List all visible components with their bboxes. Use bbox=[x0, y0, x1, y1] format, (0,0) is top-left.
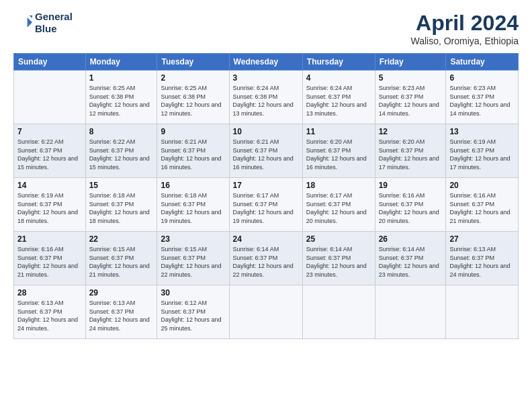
day-number: 16 bbox=[161, 181, 225, 190]
calendar-cell: 12Sunrise: 6:20 AMSunset: 6:37 PMDayligh… bbox=[375, 124, 446, 178]
day-number: 18 bbox=[306, 181, 371, 190]
day-info: Sunrise: 6:17 AMSunset: 6:37 PMDaylight:… bbox=[233, 191, 299, 225]
calendar-week-row: 28Sunrise: 6:13 AMSunset: 6:37 PMDayligh… bbox=[14, 285, 519, 339]
day-number: 13 bbox=[449, 127, 515, 136]
day-info: Sunrise: 6:23 AMSunset: 6:37 PMDaylight:… bbox=[379, 84, 443, 118]
day-number: 20 bbox=[449, 181, 515, 190]
day-info: Sunrise: 6:16 AMSunset: 6:37 PMDaylight:… bbox=[379, 191, 443, 225]
calendar-cell: 19Sunrise: 6:16 AMSunset: 6:37 PMDayligh… bbox=[375, 178, 446, 232]
calendar-cell: 16Sunrise: 6:18 AMSunset: 6:37 PMDayligh… bbox=[157, 178, 229, 232]
day-number: 14 bbox=[17, 181, 82, 190]
calendar-cell bbox=[375, 285, 446, 339]
calendar-cell: 9Sunrise: 6:21 AMSunset: 6:37 PMDaylight… bbox=[157, 124, 229, 178]
day-number: 26 bbox=[379, 234, 443, 244]
weekday-header: Thursday bbox=[302, 54, 375, 71]
day-number: 9 bbox=[161, 127, 225, 136]
calendar-cell: 2Sunrise: 6:25 AMSunset: 6:38 PMDaylight… bbox=[157, 71, 229, 124]
page-container: General Blue April 2024 Waliso, Oromiya,… bbox=[0, 0, 532, 346]
day-number: 2 bbox=[161, 73, 225, 83]
day-number: 8 bbox=[89, 127, 154, 136]
day-info: Sunrise: 6:19 AMSunset: 6:37 PMDaylight:… bbox=[17, 191, 82, 225]
day-number: 7 bbox=[17, 127, 82, 136]
day-info: Sunrise: 6:25 AMSunset: 6:38 PMDaylight:… bbox=[89, 84, 154, 118]
calendar-cell: 15Sunrise: 6:18 AMSunset: 6:37 PMDayligh… bbox=[85, 178, 157, 232]
calendar-cell: 21Sunrise: 6:16 AMSunset: 6:37 PMDayligh… bbox=[14, 232, 86, 285]
calendar-cell: 10Sunrise: 6:21 AMSunset: 6:37 PMDayligh… bbox=[229, 124, 302, 178]
day-info: Sunrise: 6:15 AMSunset: 6:37 PMDaylight:… bbox=[89, 245, 154, 279]
calendar-cell: 24Sunrise: 6:14 AMSunset: 6:37 PMDayligh… bbox=[229, 232, 302, 285]
day-info: Sunrise: 6:18 AMSunset: 6:37 PMDaylight:… bbox=[161, 191, 225, 225]
calendar-cell: 1Sunrise: 6:25 AMSunset: 6:38 PMDaylight… bbox=[85, 71, 157, 124]
calendar-cell: 28Sunrise: 6:13 AMSunset: 6:37 PMDayligh… bbox=[14, 285, 86, 339]
day-number: 15 bbox=[89, 181, 154, 190]
day-number: 6 bbox=[449, 73, 515, 83]
day-info: Sunrise: 6:22 AMSunset: 6:37 PMDaylight:… bbox=[17, 138, 82, 171]
calendar-cell: 5Sunrise: 6:23 AMSunset: 6:37 PMDaylight… bbox=[375, 71, 446, 124]
day-number: 28 bbox=[17, 288, 82, 298]
calendar-week-row: 1Sunrise: 6:25 AMSunset: 6:38 PMDaylight… bbox=[14, 71, 519, 124]
location: Waliso, Oromiya, Ethiopia bbox=[410, 36, 519, 46]
day-info: Sunrise: 6:22 AMSunset: 6:37 PMDaylight:… bbox=[89, 138, 154, 171]
weekday-header: Saturday bbox=[446, 54, 519, 71]
calendar-cell: 18Sunrise: 6:17 AMSunset: 6:37 PMDayligh… bbox=[302, 178, 375, 232]
calendar-table: SundayMondayTuesdayWednesdayThursdayFrid… bbox=[13, 53, 519, 339]
calendar-cell bbox=[446, 285, 519, 339]
calendar-cell: 8Sunrise: 6:22 AMSunset: 6:37 PMDaylight… bbox=[85, 124, 157, 178]
title-block: April 2024 Waliso, Oromiya, Ethiopia bbox=[410, 11, 519, 46]
day-number: 30 bbox=[161, 288, 225, 298]
calendar-week-row: 7Sunrise: 6:22 AMSunset: 6:37 PMDaylight… bbox=[14, 124, 519, 178]
day-info: Sunrise: 6:21 AMSunset: 6:37 PMDaylight:… bbox=[233, 138, 299, 171]
logo-icon bbox=[13, 13, 32, 32]
day-info: Sunrise: 6:21 AMSunset: 6:37 PMDaylight:… bbox=[161, 138, 225, 171]
day-info: Sunrise: 6:16 AMSunset: 6:37 PMDaylight:… bbox=[449, 191, 515, 225]
logo: General Blue bbox=[13, 11, 73, 35]
day-info: Sunrise: 6:15 AMSunset: 6:37 PMDaylight:… bbox=[161, 245, 225, 279]
weekday-header: Monday bbox=[85, 54, 157, 71]
calendar-cell: 6Sunrise: 6:23 AMSunset: 6:37 PMDaylight… bbox=[446, 71, 519, 124]
day-info: Sunrise: 6:14 AMSunset: 6:37 PMDaylight:… bbox=[233, 245, 299, 279]
calendar-cell: 26Sunrise: 6:14 AMSunset: 6:37 PMDayligh… bbox=[375, 232, 446, 285]
calendar-cell bbox=[302, 285, 375, 339]
day-number: 11 bbox=[306, 127, 371, 136]
weekday-header: Friday bbox=[375, 54, 446, 71]
day-info: Sunrise: 6:20 AMSunset: 6:37 PMDaylight:… bbox=[379, 138, 443, 171]
day-number: 22 bbox=[89, 234, 154, 244]
day-info: Sunrise: 6:14 AMSunset: 6:37 PMDaylight:… bbox=[379, 245, 443, 279]
calendar-cell bbox=[229, 285, 302, 339]
calendar-week-row: 14Sunrise: 6:19 AMSunset: 6:37 PMDayligh… bbox=[14, 178, 519, 232]
calendar-cell: 22Sunrise: 6:15 AMSunset: 6:37 PMDayligh… bbox=[85, 232, 157, 285]
day-info: Sunrise: 6:19 AMSunset: 6:37 PMDaylight:… bbox=[449, 138, 515, 171]
day-number: 3 bbox=[233, 73, 299, 83]
day-info: Sunrise: 6:14 AMSunset: 6:37 PMDaylight:… bbox=[306, 245, 371, 279]
day-info: Sunrise: 6:12 AMSunset: 6:37 PMDaylight:… bbox=[161, 299, 225, 332]
day-number: 19 bbox=[379, 181, 443, 190]
day-info: Sunrise: 6:16 AMSunset: 6:37 PMDaylight:… bbox=[17, 245, 82, 279]
weekday-header: Sunday bbox=[14, 54, 86, 71]
calendar-cell: 23Sunrise: 6:15 AMSunset: 6:37 PMDayligh… bbox=[157, 232, 229, 285]
day-info: Sunrise: 6:13 AMSunset: 6:37 PMDaylight:… bbox=[449, 245, 515, 279]
logo-text-line1: General bbox=[35, 11, 73, 23]
calendar-week-row: 21Sunrise: 6:16 AMSunset: 6:37 PMDayligh… bbox=[14, 232, 519, 285]
calendar-cell: 14Sunrise: 6:19 AMSunset: 6:37 PMDayligh… bbox=[14, 178, 86, 232]
calendar-cell: 4Sunrise: 6:24 AMSunset: 6:37 PMDaylight… bbox=[302, 71, 375, 124]
day-info: Sunrise: 6:24 AMSunset: 6:37 PMDaylight:… bbox=[306, 84, 371, 118]
calendar-cell: 25Sunrise: 6:14 AMSunset: 6:37 PMDayligh… bbox=[302, 232, 375, 285]
month-title: April 2024 bbox=[410, 11, 519, 36]
day-number: 12 bbox=[379, 127, 443, 136]
day-number: 23 bbox=[161, 234, 225, 244]
calendar-cell bbox=[14, 71, 86, 124]
weekday-header: Wednesday bbox=[229, 54, 302, 71]
calendar-cell: 30Sunrise: 6:12 AMSunset: 6:37 PMDayligh… bbox=[157, 285, 229, 339]
day-number: 1 bbox=[89, 73, 154, 83]
day-info: Sunrise: 6:20 AMSunset: 6:37 PMDaylight:… bbox=[306, 138, 371, 171]
day-number: 24 bbox=[233, 234, 299, 244]
day-info: Sunrise: 6:13 AMSunset: 6:37 PMDaylight:… bbox=[17, 299, 82, 332]
day-number: 17 bbox=[233, 181, 299, 190]
day-number: 21 bbox=[17, 234, 82, 244]
calendar-cell: 20Sunrise: 6:16 AMSunset: 6:37 PMDayligh… bbox=[446, 178, 519, 232]
page-header: General Blue April 2024 Waliso, Oromiya,… bbox=[13, 11, 519, 46]
day-number: 27 bbox=[449, 234, 515, 244]
calendar-cell: 7Sunrise: 6:22 AMSunset: 6:37 PMDaylight… bbox=[14, 124, 86, 178]
day-info: Sunrise: 6:25 AMSunset: 6:38 PMDaylight:… bbox=[161, 84, 225, 118]
weekday-header-row: SundayMondayTuesdayWednesdayThursdayFrid… bbox=[14, 54, 519, 71]
